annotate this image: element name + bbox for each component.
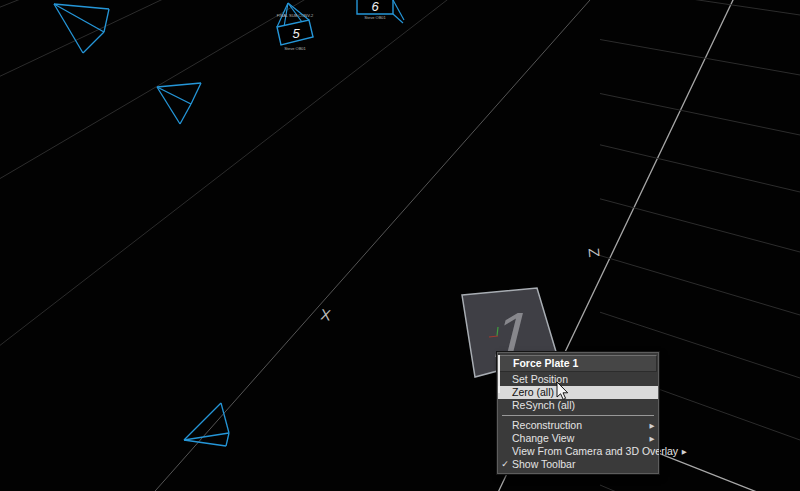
camera-info-text: Steve OB01 xyxy=(364,15,386,20)
menu-item-label: ReSynch (all) xyxy=(512,399,646,412)
camera-5[interactable]: 5FINAL SUB CONV-2Steve OB01 xyxy=(277,3,314,51)
camera-frustums[interactable]: 5FINAL SUB CONV-2Steve OB016Steve OB01 xyxy=(54,0,404,446)
3d-viewport[interactable]: 1 XZ 5FINAL SUB CONV-2Steve OB016Steve O… xyxy=(0,0,800,491)
menu-item-change-view[interactable]: Change View▶ xyxy=(498,432,658,445)
camera-info-text: FINAL SUB CONV-2 xyxy=(277,13,314,18)
camera-number: 5 xyxy=(292,26,300,41)
floor-grid xyxy=(0,0,800,491)
menu-item-resynch-all[interactable]: ReSynch (all) xyxy=(498,399,658,412)
context-menu: Force Plate 1 Set PositionZero (all)ReSy… xyxy=(497,352,659,474)
menu-item-label: Zero (all) xyxy=(512,386,646,399)
menu-item-set-position[interactable]: Set Position xyxy=(498,373,658,386)
menu-item-zero-all[interactable]: Zero (all) xyxy=(498,386,658,399)
x-axis-label: X xyxy=(320,305,332,323)
submenu-arrow-icon: ▶ xyxy=(646,432,658,445)
menu-item-label: Show Toolbar xyxy=(512,458,646,471)
menu-item-show-toolbar[interactable]: ✓Show Toolbar xyxy=(498,458,658,471)
camera-info-text: Steve OB01 xyxy=(284,46,306,51)
menu-item-label: Change View xyxy=(512,432,646,445)
menu-item-label: View From Camera and 3D Overlay xyxy=(512,445,678,458)
mouse-cursor-icon xyxy=(556,382,570,406)
menu-item-reconstruction[interactable]: Reconstruction▶ xyxy=(498,419,658,432)
submenu-arrow-icon: ▶ xyxy=(678,445,690,458)
scene-canvas: 1 XZ 5FINAL SUB CONV-2Steve OB016Steve O… xyxy=(0,0,800,491)
axis-labels: XZ xyxy=(320,247,604,323)
menu-separator xyxy=(502,415,654,416)
menu-item-label: Set Position xyxy=(512,373,646,386)
checkmark-icon: ✓ xyxy=(498,458,512,471)
menu-item-label: Reconstruction xyxy=(512,419,646,432)
camera-frustum-bottom[interactable] xyxy=(184,403,229,446)
z-axis-label: Z xyxy=(586,247,604,258)
context-menu-title: Force Plate 1 xyxy=(499,355,657,372)
camera-frustum-mid-left[interactable] xyxy=(157,83,201,124)
camera-number: 6 xyxy=(371,0,379,14)
menu-item-view-from-camera-and-3d-overlay[interactable]: View From Camera and 3D Overlay▶ xyxy=(498,445,658,458)
menu-edge-highlight xyxy=(498,355,500,393)
camera-6[interactable]: 6Steve OB01 xyxy=(357,0,404,23)
submenu-arrow-icon: ▶ xyxy=(646,419,658,432)
